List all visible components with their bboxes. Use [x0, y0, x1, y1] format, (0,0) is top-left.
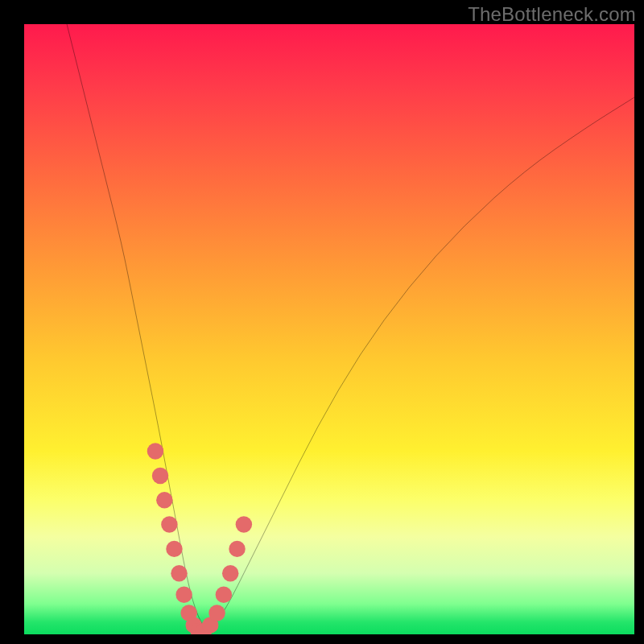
highlight-dot — [222, 565, 238, 581]
highlight-dot — [216, 586, 232, 602]
highlight-dot — [156, 492, 172, 508]
highlight-dot — [147, 443, 163, 459]
highlight-dot — [166, 541, 182, 557]
plot-area — [24, 24, 634, 634]
highlight-dot — [152, 468, 168, 484]
highlight-dot — [161, 516, 177, 532]
highlight-dot — [171, 565, 187, 581]
chart-frame: TheBottleneck.com — [0, 0, 644, 644]
highlight-dot — [175, 586, 192, 602]
curve-layer — [24, 24, 634, 634]
highlight-dot — [236, 516, 252, 532]
highlight-dot — [229, 541, 245, 557]
highlight-dots-group — [147, 443, 252, 634]
watermark-text: TheBottleneck.com — [468, 3, 636, 26]
highlight-dot — [208, 605, 225, 621]
bottleneck-curve-path — [67, 24, 634, 628]
